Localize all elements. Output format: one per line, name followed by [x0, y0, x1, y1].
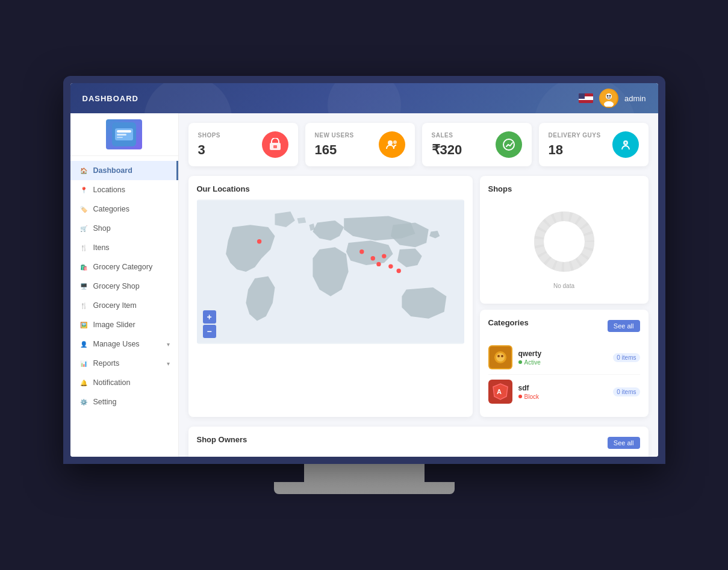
app-body: 🏠 Dashboard 📍 Locations 🏷️ Categories — [70, 113, 658, 457]
svg-point-25 — [382, 254, 386, 258]
category-thumb-qwerty — [488, 345, 512, 369]
stat-info-new-users: NEW USERS 165 — [315, 132, 354, 158]
sidebar-item-label: Reports — [93, 359, 120, 368]
sidebar-item-label: Notification — [93, 378, 131, 387]
content-row: Our Locations — [188, 176, 649, 417]
zoom-out-button[interactable]: − — [203, 325, 216, 338]
flag-icon — [579, 93, 593, 103]
sidebar-item-notification[interactable]: 🔔 Notification — [70, 373, 178, 392]
stat-label-new-users: NEW USERS — [315, 132, 354, 139]
chevron-down-icon: ▾ — [167, 341, 170, 348]
shop-owners-card: Shop Owners See all # NAME EMAIL PHONE — [188, 427, 649, 457]
table-header-row: Shop Owners See all — [197, 435, 640, 450]
stat-label-sales: SALES — [432, 132, 462, 139]
svg-point-16 — [388, 140, 393, 145]
stat-value-delivery: 18 — [549, 142, 601, 158]
svg-point-33 — [496, 353, 505, 362]
sidebar-item-label: Categories — [93, 205, 129, 213]
sidebar-nav: 🏠 Dashboard 📍 Locations 🏷️ Categories — [70, 156, 178, 416]
svg-point-27 — [388, 264, 393, 268]
sidebar-item-label: Manage Uses — [93, 340, 140, 348]
no-data-label: No data — [553, 283, 574, 289]
location-icon: 📍 — [79, 185, 89, 195]
sidebar-item-image-slider[interactable]: 🖼️ Image Slider — [70, 315, 178, 334]
stat-card-delivery: DELIVERY GUYS 18 — [539, 123, 649, 166]
svg-rect-13 — [117, 137, 123, 138]
stat-icon-delivery — [612, 131, 639, 158]
sidebar-item-setting[interactable]: ⚙️ Setting — [70, 392, 178, 412]
map-title: Our Locations — [197, 184, 464, 193]
stat-info-sales: SALES ₹320 — [432, 132, 462, 158]
map-card: Our Locations — [188, 176, 473, 417]
svg-rect-15 — [273, 145, 277, 148]
stat-label-delivery: DELIVERY GUYS — [549, 132, 601, 139]
svg-point-20 — [624, 142, 626, 144]
category-name-qwerty: qwerty — [518, 349, 608, 358]
stat-value-new-users: 165 — [315, 142, 354, 158]
sidebar-item-reports[interactable]: 📊 Reports ▾ — [70, 354, 178, 373]
sidebar-item-items[interactable]: 🍴 Itens — [70, 238, 178, 257]
admin-label: admin — [624, 94, 646, 103]
svg-point-35 — [501, 355, 503, 357]
category-item: qwerty Active 0 items — [488, 340, 640, 375]
categories-icon: 🏷️ — [79, 204, 89, 214]
svg-rect-3 — [579, 93, 585, 99]
svg-rect-12 — [117, 134, 126, 136]
items-badge-sdf: 0 items — [613, 387, 639, 396]
sidebar-item-label: Dashboard — [93, 166, 132, 175]
donut-container: No data — [488, 199, 640, 295]
stat-value-shops: 3 — [198, 142, 221, 158]
sidebar-item-manage-users[interactable]: 👤 Manage Uses ▾ — [70, 334, 178, 354]
header-right: admin — [579, 89, 646, 108]
sidebar: 🏠 Dashboard 📍 Locations 🏷️ Categories — [70, 113, 179, 457]
status-text-qwerty: Active — [524, 359, 541, 366]
sidebar-item-grocery-shop[interactable]: 🖥️ Grocery Shop — [70, 277, 178, 296]
shop-icon: 🛒 — [79, 224, 89, 233]
svg-point-22 — [257, 239, 261, 243]
svg-rect-11 — [117, 130, 131, 133]
svg-point-8 — [609, 95, 611, 97]
zoom-in-button[interactable]: + — [203, 310, 216, 324]
stat-card-new-users: NEW USERS 165 — [305, 123, 415, 166]
svg-point-17 — [393, 140, 397, 144]
category-thumb-sdf: A — [488, 380, 512, 404]
sidebar-item-dashboard[interactable]: 🏠 Dashboard — [70, 161, 178, 180]
app-header: DASHBOARD — [70, 83, 658, 113]
svg-point-28 — [396, 269, 400, 273]
categories-see-all-button[interactable]: See all — [608, 320, 640, 332]
right-panel: Shops No data — [480, 176, 649, 417]
sidebar-item-grocery-category[interactable]: 🛍️ Grocery Category — [70, 257, 178, 277]
stat-card-shops: SHOPS 3 — [188, 123, 298, 166]
category-status-qwerty: Active — [518, 359, 608, 366]
status-text-sdf: Block — [524, 393, 539, 400]
svg-point-34 — [497, 355, 500, 357]
stat-value-sales: ₹320 — [432, 142, 462, 158]
logo-image — [106, 119, 142, 149]
categories-title: Categories — [488, 318, 529, 327]
dashboard-icon: 🏠 — [79, 166, 89, 175]
sidebar-item-label: Grocery Category — [93, 263, 153, 271]
categories-card-header: Categories See all — [488, 318, 640, 333]
items-icon: 🍴 — [79, 243, 89, 252]
categories-card: Categories See all — [480, 310, 649, 417]
sidebar-item-categories[interactable]: 🏷️ Categories — [70, 199, 178, 219]
stat-card-sales: SALES ₹320 — [422, 123, 532, 166]
page-title: DASHBOARD — [82, 94, 139, 103]
stat-info-delivery: DELIVERY GUYS 18 — [549, 132, 601, 158]
sidebar-item-label: Image Slider — [93, 321, 135, 329]
sidebar-item-shop[interactable]: 🛒 Shop — [70, 219, 178, 238]
shop-owners-see-all-button[interactable]: See all — [608, 437, 640, 449]
notification-icon: 🔔 — [79, 378, 89, 387]
sidebar-item-grocery-item[interactable]: 🍴 Grocery Item — [70, 296, 178, 315]
category-name-sdf: sdf — [518, 384, 608, 392]
svg-point-23 — [359, 249, 364, 254]
chevron-down-icon: ▾ — [167, 360, 170, 367]
sidebar-item-locations[interactable]: 📍 Locations — [70, 180, 178, 199]
sidebar-item-label: Locations — [93, 186, 126, 194]
status-dot-active — [518, 360, 522, 364]
status-dot-block — [518, 395, 522, 398]
category-info-qwerty: qwerty Active — [518, 349, 608, 366]
map-container: + − — [197, 199, 464, 344]
grocery-cat-icon: 🛍️ — [79, 262, 89, 272]
grocery-shop-icon: 🖥️ — [79, 281, 89, 291]
